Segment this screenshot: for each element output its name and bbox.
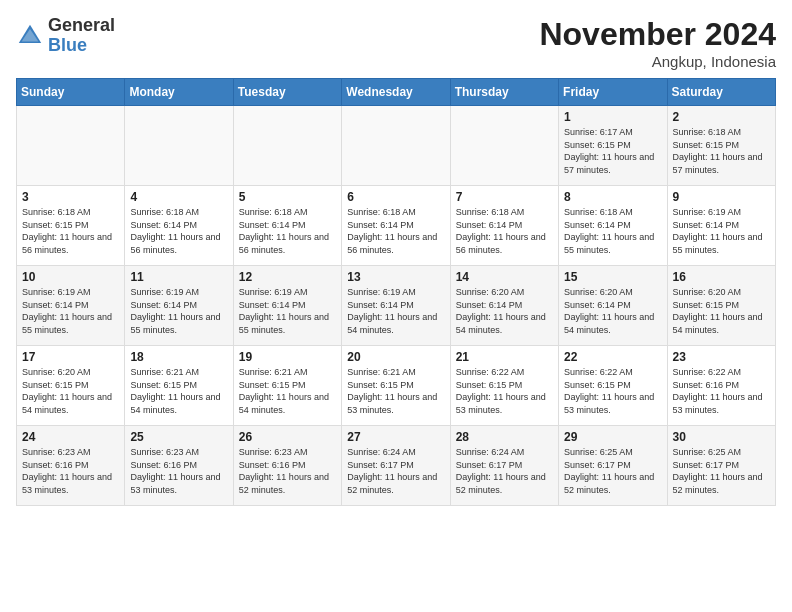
day-number: 16	[673, 270, 770, 284]
day-number: 29	[564, 430, 661, 444]
cell-info: Sunrise: 6:19 AM Sunset: 6:14 PM Dayligh…	[347, 286, 444, 336]
cell-info: Sunrise: 6:23 AM Sunset: 6:16 PM Dayligh…	[22, 446, 119, 496]
calendar-cell: 30Sunrise: 6:25 AM Sunset: 6:17 PM Dayli…	[667, 426, 775, 506]
calendar-cell	[17, 106, 125, 186]
cell-info: Sunrise: 6:19 AM Sunset: 6:14 PM Dayligh…	[130, 286, 227, 336]
cell-info: Sunrise: 6:19 AM Sunset: 6:14 PM Dayligh…	[239, 286, 336, 336]
day-of-week-header: Monday	[125, 79, 233, 106]
calendar-cell: 15Sunrise: 6:20 AM Sunset: 6:14 PM Dayli…	[559, 266, 667, 346]
day-of-week-header: Friday	[559, 79, 667, 106]
calendar-cell: 21Sunrise: 6:22 AM Sunset: 6:15 PM Dayli…	[450, 346, 558, 426]
calendar-cell: 18Sunrise: 6:21 AM Sunset: 6:15 PM Dayli…	[125, 346, 233, 426]
calendar-week-row: 1Sunrise: 6:17 AM Sunset: 6:15 PM Daylig…	[17, 106, 776, 186]
day-number: 11	[130, 270, 227, 284]
day-number: 27	[347, 430, 444, 444]
cell-info: Sunrise: 6:18 AM Sunset: 6:15 PM Dayligh…	[673, 126, 770, 176]
calendar-cell: 8Sunrise: 6:18 AM Sunset: 6:14 PM Daylig…	[559, 186, 667, 266]
day-of-week-header: Wednesday	[342, 79, 450, 106]
day-of-week-header: Saturday	[667, 79, 775, 106]
day-number: 12	[239, 270, 336, 284]
cell-info: Sunrise: 6:18 AM Sunset: 6:14 PM Dayligh…	[564, 206, 661, 256]
month-title: November 2024	[539, 16, 776, 53]
calendar-cell: 4Sunrise: 6:18 AM Sunset: 6:14 PM Daylig…	[125, 186, 233, 266]
calendar-cell: 3Sunrise: 6:18 AM Sunset: 6:15 PM Daylig…	[17, 186, 125, 266]
calendar-cell: 19Sunrise: 6:21 AM Sunset: 6:15 PM Dayli…	[233, 346, 341, 426]
calendar-cell: 28Sunrise: 6:24 AM Sunset: 6:17 PM Dayli…	[450, 426, 558, 506]
cell-info: Sunrise: 6:23 AM Sunset: 6:16 PM Dayligh…	[239, 446, 336, 496]
cell-info: Sunrise: 6:18 AM Sunset: 6:14 PM Dayligh…	[130, 206, 227, 256]
cell-info: Sunrise: 6:22 AM Sunset: 6:16 PM Dayligh…	[673, 366, 770, 416]
day-number: 5	[239, 190, 336, 204]
day-number: 4	[130, 190, 227, 204]
calendar-cell: 5Sunrise: 6:18 AM Sunset: 6:14 PM Daylig…	[233, 186, 341, 266]
day-number: 30	[673, 430, 770, 444]
day-number: 9	[673, 190, 770, 204]
day-number: 10	[22, 270, 119, 284]
day-number: 6	[347, 190, 444, 204]
title-block: November 2024 Angkup, Indonesia	[539, 16, 776, 70]
calendar-week-row: 3Sunrise: 6:18 AM Sunset: 6:15 PM Daylig…	[17, 186, 776, 266]
calendar-cell: 14Sunrise: 6:20 AM Sunset: 6:14 PM Dayli…	[450, 266, 558, 346]
cell-info: Sunrise: 6:17 AM Sunset: 6:15 PM Dayligh…	[564, 126, 661, 176]
cell-info: Sunrise: 6:20 AM Sunset: 6:14 PM Dayligh…	[564, 286, 661, 336]
day-of-week-header: Thursday	[450, 79, 558, 106]
cell-info: Sunrise: 6:25 AM Sunset: 6:17 PM Dayligh…	[564, 446, 661, 496]
day-number: 18	[130, 350, 227, 364]
calendar-cell: 22Sunrise: 6:22 AM Sunset: 6:15 PM Dayli…	[559, 346, 667, 426]
calendar-cell: 26Sunrise: 6:23 AM Sunset: 6:16 PM Dayli…	[233, 426, 341, 506]
calendar-cell: 23Sunrise: 6:22 AM Sunset: 6:16 PM Dayli…	[667, 346, 775, 426]
cell-info: Sunrise: 6:19 AM Sunset: 6:14 PM Dayligh…	[22, 286, 119, 336]
cell-info: Sunrise: 6:25 AM Sunset: 6:17 PM Dayligh…	[673, 446, 770, 496]
calendar-cell: 20Sunrise: 6:21 AM Sunset: 6:15 PM Dayli…	[342, 346, 450, 426]
day-number: 23	[673, 350, 770, 364]
calendar-cell: 2Sunrise: 6:18 AM Sunset: 6:15 PM Daylig…	[667, 106, 775, 186]
cell-info: Sunrise: 6:18 AM Sunset: 6:15 PM Dayligh…	[22, 206, 119, 256]
cell-info: Sunrise: 6:18 AM Sunset: 6:14 PM Dayligh…	[347, 206, 444, 256]
day-number: 19	[239, 350, 336, 364]
day-number: 3	[22, 190, 119, 204]
calendar-cell: 27Sunrise: 6:24 AM Sunset: 6:17 PM Dayli…	[342, 426, 450, 506]
cell-info: Sunrise: 6:20 AM Sunset: 6:14 PM Dayligh…	[456, 286, 553, 336]
calendar-week-row: 24Sunrise: 6:23 AM Sunset: 6:16 PM Dayli…	[17, 426, 776, 506]
cell-info: Sunrise: 6:19 AM Sunset: 6:14 PM Dayligh…	[673, 206, 770, 256]
calendar-cell: 11Sunrise: 6:19 AM Sunset: 6:14 PM Dayli…	[125, 266, 233, 346]
day-number: 25	[130, 430, 227, 444]
calendar-cell	[125, 106, 233, 186]
calendar-week-row: 10Sunrise: 6:19 AM Sunset: 6:14 PM Dayli…	[17, 266, 776, 346]
cell-info: Sunrise: 6:24 AM Sunset: 6:17 PM Dayligh…	[347, 446, 444, 496]
calendar-cell: 12Sunrise: 6:19 AM Sunset: 6:14 PM Dayli…	[233, 266, 341, 346]
day-number: 2	[673, 110, 770, 124]
cell-info: Sunrise: 6:18 AM Sunset: 6:14 PM Dayligh…	[239, 206, 336, 256]
logo: General Blue	[16, 16, 115, 56]
cell-info: Sunrise: 6:20 AM Sunset: 6:15 PM Dayligh…	[673, 286, 770, 336]
cell-info: Sunrise: 6:18 AM Sunset: 6:14 PM Dayligh…	[456, 206, 553, 256]
cell-info: Sunrise: 6:21 AM Sunset: 6:15 PM Dayligh…	[130, 366, 227, 416]
cell-info: Sunrise: 6:22 AM Sunset: 6:15 PM Dayligh…	[564, 366, 661, 416]
cell-info: Sunrise: 6:21 AM Sunset: 6:15 PM Dayligh…	[239, 366, 336, 416]
day-number: 7	[456, 190, 553, 204]
day-number: 26	[239, 430, 336, 444]
calendar-cell	[233, 106, 341, 186]
cell-info: Sunrise: 6:20 AM Sunset: 6:15 PM Dayligh…	[22, 366, 119, 416]
calendar-cell: 6Sunrise: 6:18 AM Sunset: 6:14 PM Daylig…	[342, 186, 450, 266]
cell-info: Sunrise: 6:22 AM Sunset: 6:15 PM Dayligh…	[456, 366, 553, 416]
calendar-cell: 29Sunrise: 6:25 AM Sunset: 6:17 PM Dayli…	[559, 426, 667, 506]
day-number: 8	[564, 190, 661, 204]
page-header: General Blue November 2024 Angkup, Indon…	[16, 16, 776, 70]
day-number: 14	[456, 270, 553, 284]
calendar-cell: 9Sunrise: 6:19 AM Sunset: 6:14 PM Daylig…	[667, 186, 775, 266]
cell-info: Sunrise: 6:23 AM Sunset: 6:16 PM Dayligh…	[130, 446, 227, 496]
day-number: 20	[347, 350, 444, 364]
logo-text: General Blue	[48, 16, 115, 56]
calendar-cell: 7Sunrise: 6:18 AM Sunset: 6:14 PM Daylig…	[450, 186, 558, 266]
cell-info: Sunrise: 6:21 AM Sunset: 6:15 PM Dayligh…	[347, 366, 444, 416]
calendar-cell: 10Sunrise: 6:19 AM Sunset: 6:14 PM Dayli…	[17, 266, 125, 346]
day-of-week-header: Sunday	[17, 79, 125, 106]
day-number: 28	[456, 430, 553, 444]
calendar-week-row: 17Sunrise: 6:20 AM Sunset: 6:15 PM Dayli…	[17, 346, 776, 426]
calendar-cell	[450, 106, 558, 186]
day-number: 21	[456, 350, 553, 364]
day-number: 22	[564, 350, 661, 364]
logo-icon	[16, 22, 44, 50]
calendar-cell: 24Sunrise: 6:23 AM Sunset: 6:16 PM Dayli…	[17, 426, 125, 506]
